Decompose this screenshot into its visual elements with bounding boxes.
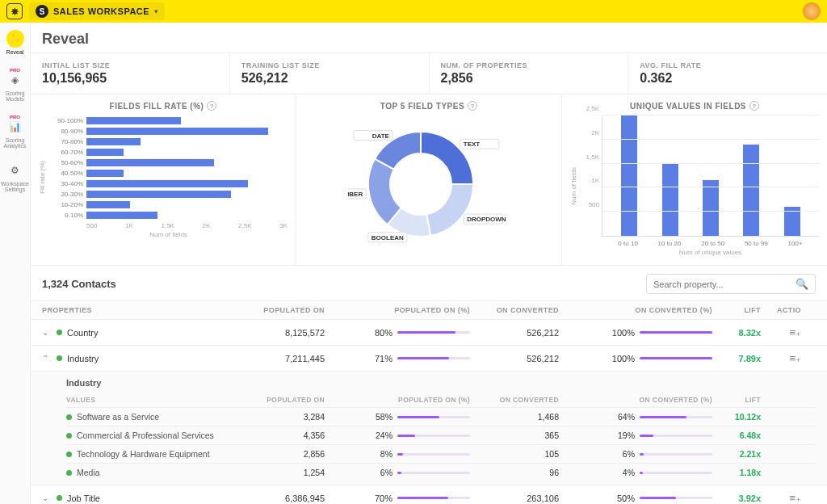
- expand-chevron-icon[interactable]: ⌃: [42, 354, 52, 363]
- workspace-switcher[interactable]: S SALES WORKSPACE ▾: [29, 2, 165, 20]
- hbar-category: 30-40%: [49, 180, 86, 187]
- status-dot-icon: [57, 355, 62, 361]
- th-lift: LIFT: [712, 396, 761, 404]
- cell-populated-pct: 70%: [325, 494, 470, 503]
- th-converted-pct: ON CONVERTED (%): [559, 396, 712, 404]
- value-name: Media: [77, 468, 100, 477]
- metric-value: 0.362: [640, 71, 816, 86]
- hbar-bar: [86, 138, 141, 145]
- hbar-category: 0-10%: [49, 212, 86, 219]
- status-dot-icon: [66, 433, 72, 439]
- hbar-bar: [86, 201, 130, 208]
- th-converted-pct[interactable]: ON CONVERTED (%): [559, 306, 712, 314]
- help-icon[interactable]: ?: [207, 101, 216, 111]
- cell-lift: 7.89x: [712, 354, 761, 363]
- vbar-bar: [703, 180, 719, 236]
- th-action[interactable]: ACTIO: [761, 306, 801, 314]
- th-populated-on: POPULATED ON: [241, 396, 325, 404]
- th-populated-pct[interactable]: POPULATED ON (%): [325, 306, 470, 314]
- hbar-bar: [86, 128, 268, 135]
- sub-panel: Industry VALUES POPULATED ON POPULATED O…: [31, 372, 827, 485]
- status-dot-icon: [66, 452, 72, 457]
- metric-card: NUM. OF PROPERTIES2,856: [430, 53, 629, 94]
- chart-xlabel: Num of unique values: [602, 249, 819, 256]
- sidebar-item-scoring-models[interactable]: PRO ◈ Scoring Models: [0, 65, 30, 104]
- chart-unique-values: UNIQUE VALUES IN FIELDS? Num of fields 5…: [562, 94, 827, 265]
- search-input-wrap[interactable]: 🔍: [646, 274, 816, 294]
- cell-populated-on: 3,284: [241, 412, 325, 422]
- status-dot-icon: [57, 330, 62, 335]
- sub-title: Industry: [66, 378, 816, 388]
- cell-converted-pct: 64%: [559, 412, 712, 422]
- hbar-bar: [86, 117, 181, 124]
- cell-populated-on: 7,211,445: [228, 354, 325, 363]
- cell-lift: 3.92x: [712, 494, 761, 503]
- vbar-bar: [662, 164, 678, 236]
- sidebar: ✨ Reveal PRO ◈ Scoring Models PRO 📊 Scor…: [0, 23, 31, 504]
- table-row: ⌃Industry 7,211,445 71% 526,212 100% 7.8…: [31, 346, 827, 372]
- metrics-row: INITIAL LIST SIZE10,156,965TRAINING LIST…: [31, 52, 827, 94]
- cell-lift: 2.21x: [712, 449, 761, 459]
- sub-row: Media 1,254 6% 96 4% 1.18x: [66, 463, 816, 481]
- cell-lift: 6.48x: [712, 430, 761, 440]
- metric-card: TRAINING LIST SIZE526,212: [230, 53, 430, 94]
- cell-lift: 10.12x: [712, 412, 761, 422]
- cell-populated-on: 2,856: [241, 449, 325, 459]
- vbar-bar: [621, 116, 637, 236]
- scoring-models-icon: ◈: [6, 71, 24, 89]
- chart-title: TOP 5 FIELD TYPES: [380, 102, 464, 111]
- scoring-analytics-icon: 📊: [6, 118, 24, 136]
- help-icon[interactable]: ?: [749, 101, 759, 111]
- metric-label: NUM. OF PROPERTIES: [441, 61, 617, 69]
- th-properties[interactable]: PROPERTIES: [42, 306, 228, 314]
- expand-chevron-icon[interactable]: ⌄: [42, 328, 52, 337]
- donut-label: TEXT: [464, 141, 481, 148]
- cell-populated-on: 6,386,945: [228, 494, 325, 503]
- expand-chevron-icon[interactable]: ⌄: [42, 494, 52, 502]
- th-on-converted[interactable]: ON CONVERTED: [470, 306, 559, 314]
- row-action-icon[interactable]: ≡₊: [789, 492, 801, 504]
- table-row: ⌄Country 8,125,572 80% 526,212 100% 8.32…: [31, 320, 827, 346]
- th-on-converted: ON CONVERTED: [470, 396, 559, 404]
- vbar-category: 10 to 20: [658, 240, 682, 247]
- search-input[interactable]: [653, 279, 796, 289]
- donut-slice: [368, 159, 401, 225]
- cell-populated-on: 1,254: [241, 468, 325, 477]
- hbar-category: 60-70%: [49, 149, 86, 156]
- workspace-initial: S: [36, 5, 48, 18]
- sidebar-item-reveal[interactable]: ✨ Reveal: [6, 27, 24, 57]
- property-name: Industry: [67, 354, 99, 363]
- th-lift[interactable]: LIFT: [712, 306, 761, 314]
- cell-on-converted: 96: [470, 468, 559, 477]
- vbar-category: 20 to 50: [701, 240, 724, 247]
- property-name: Country: [67, 328, 99, 338]
- sidebar-item-label: Scoring Analytics: [0, 137, 30, 149]
- cell-converted-pct: 6%: [559, 449, 712, 459]
- th-populated-on[interactable]: POPULATED ON: [228, 306, 325, 314]
- sub-thead: VALUES POPULATED ON POPULATED ON (%) ON …: [66, 393, 816, 407]
- value-name: Commercial & Professional Services: [77, 430, 214, 440]
- cell-on-converted: 526,212: [470, 354, 559, 363]
- chart-fill-rate: FIELDS FILL RATE (%)? Fill rate (%) 90-1…: [31, 94, 296, 265]
- help-icon[interactable]: ?: [468, 101, 477, 111]
- row-action-icon[interactable]: ≡₊: [789, 326, 801, 338]
- sidebar-item-workspace-settings[interactable]: ⚙ Workspace Settings: [0, 159, 30, 195]
- metric-value: 2,856: [441, 71, 617, 86]
- row-action-icon[interactable]: ≡₊: [789, 352, 801, 364]
- user-avatar[interactable]: [803, 2, 821, 20]
- reveal-icon: ✨: [6, 30, 24, 48]
- cell-converted-pct: 100%: [559, 328, 712, 338]
- table-head: PROPERTIES POPULATED ON POPULATED ON (%)…: [31, 300, 827, 320]
- cell-populated-pct: 6%: [325, 468, 470, 477]
- hbar-bar: [86, 149, 124, 156]
- sidebar-item-scoring-analytics[interactable]: PRO 📊 Scoring Analytics: [0, 112, 30, 151]
- hbar-bar: [86, 212, 157, 219]
- cell-populated-pct: 8%: [325, 449, 470, 459]
- search-icon: 🔍: [796, 278, 808, 290]
- metric-value: 10,156,965: [42, 71, 218, 86]
- hbar-bar: [86, 159, 214, 166]
- page-title: Reveal: [31, 23, 827, 52]
- metric-value: 526,212: [241, 71, 418, 86]
- metric-label: AVG. FILL RATE: [640, 61, 816, 69]
- donut-label: DATE: [372, 132, 390, 140]
